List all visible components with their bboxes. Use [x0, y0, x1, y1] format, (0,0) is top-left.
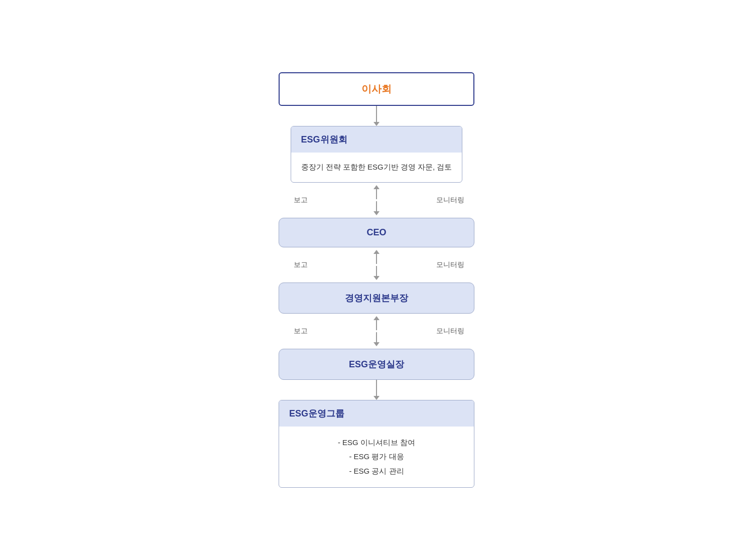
arrow-line-1 [376, 106, 377, 122]
ceo-title: CEO [366, 227, 386, 237]
vert-line-up-1 [376, 189, 377, 199]
esg-committee-header: ESG위원회 [291, 126, 462, 153]
up-arrow-2 [373, 250, 380, 264]
ceo-box: CEO [279, 218, 474, 247]
board-container: 이사회 [279, 72, 474, 106]
board-title: 이사회 [361, 83, 392, 94]
arrow-head-down-1 [373, 211, 380, 215]
up-arrow-3 [373, 316, 380, 330]
esg-committee-body: 중장기 전략 포함한 ESG기반 경영 자문, 검토 [291, 153, 462, 182]
connector-mgmt-esg-ops: 보고 모니터링 [279, 314, 474, 349]
arrow-head-2 [373, 396, 380, 400]
esg-operations-title: ESG운영실장 [349, 359, 404, 369]
vert-line-up-2 [376, 254, 377, 264]
bidir-arrows-1 [373, 185, 380, 215]
esg-committee-description: 중장기 전략 포함한 ESG기반 경영 자문, 검토 [301, 163, 452, 171]
vert-line-down-2 [376, 266, 377, 276]
management-support-box: 경영지원본부장 [279, 283, 474, 314]
esg-group-box: ESG운영그룹 - ESG 이니셔티브 참여 - ESG 평가 대응 - ESG… [279, 400, 474, 488]
arrow-head-up-2 [373, 250, 380, 254]
arrow-head-up-1 [373, 185, 380, 189]
esg-group-header: ESG운영그룹 [279, 400, 474, 427]
arrow-board-to-esg [373, 106, 380, 126]
arrow-line-2 [376, 380, 377, 396]
arrow-esg-ops-to-group [373, 380, 380, 400]
management-support-title: 경영지원본부장 [345, 293, 408, 303]
arrow-head-1 [373, 122, 380, 126]
esg-committee-box: ESG위원회 중장기 전략 포함한 ESG기반 경영 자문, 검토 [291, 126, 463, 183]
connector-ceo-mgmt: 보고 모니터링 [279, 247, 474, 283]
down-arrow-1 [373, 201, 380, 215]
bidir-arrows-2 [373, 250, 380, 280]
connector-esg-ceo: 보고 모니터링 [279, 183, 474, 218]
esg-committee-title: ESG위원회 [301, 134, 347, 145]
esg-group-item-2: - ESG 평가 대응 [291, 450, 462, 464]
arrow-head-down-2 [373, 276, 380, 280]
down-arrow-2 [373, 266, 380, 280]
board-box: 이사회 [279, 72, 474, 106]
monitoring-label-3: 모니터링 [436, 327, 464, 336]
esg-group-item-1: - ESG 이니셔티브 참여 [291, 436, 462, 450]
vert-line-up-3 [376, 320, 377, 330]
esg-operations-container: ESG운영실장 [279, 349, 474, 380]
esg-group-body: - ESG 이니셔티브 참여 - ESG 평가 대응 - ESG 공시 관리 [279, 427, 474, 488]
bidir-arrows-3 [373, 316, 380, 346]
report-label-3: 보고 [294, 327, 308, 336]
monitoring-label-2: 모니터링 [436, 260, 464, 269]
arrow-head-down-3 [373, 342, 380, 346]
vert-line-down-3 [376, 332, 377, 342]
report-label-1: 보고 [294, 196, 308, 205]
esg-group-item-3: - ESG 공시 관리 [291, 464, 462, 479]
up-arrow-1 [373, 185, 380, 199]
vert-line-down-1 [376, 201, 377, 211]
org-chart: 이사회 ESG위원회 중장기 전략 포함한 ESG기반 경영 자문, 검토 보고 [251, 72, 502, 488]
esg-group-title: ESG운영그룹 [289, 408, 344, 418]
ceo-container: CEO [279, 218, 474, 247]
down-arrow-3 [373, 332, 380, 346]
esg-operations-box: ESG운영실장 [279, 349, 474, 380]
management-support-container: 경영지원본부장 [279, 283, 474, 314]
arrow-head-up-3 [373, 316, 380, 320]
report-label-2: 보고 [294, 260, 308, 269]
monitoring-label-1: 모니터링 [436, 196, 464, 205]
